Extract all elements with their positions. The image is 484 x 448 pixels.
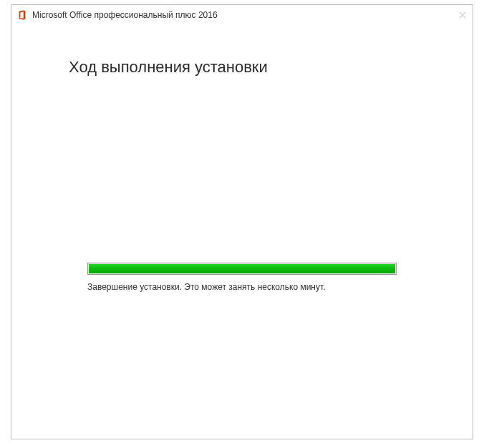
progress-section: Завершение установки. Это может занять н… xyxy=(87,263,397,292)
close-icon xyxy=(459,11,466,19)
progress-fill xyxy=(89,264,395,273)
progress-bar xyxy=(87,263,397,275)
close-button[interactable] xyxy=(455,8,470,22)
installer-window: Microsoft Office профессиональный плюс 2… xyxy=(11,4,473,439)
title-left: Microsoft Office профессиональный плюс 2… xyxy=(17,10,218,20)
window-title: Microsoft Office профессиональный плюс 2… xyxy=(32,10,218,20)
content-area: Ход выполнения установки Завершение уста… xyxy=(11,25,473,292)
office-icon xyxy=(17,10,27,20)
titlebar: Microsoft Office профессиональный плюс 2… xyxy=(11,5,473,25)
page-heading: Ход выполнения установки xyxy=(69,58,415,77)
status-text: Завершение установки. Это может занять н… xyxy=(87,282,397,292)
